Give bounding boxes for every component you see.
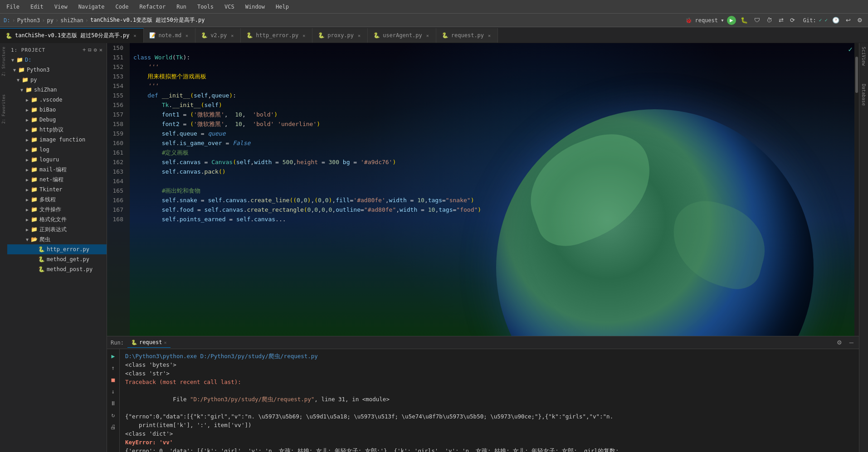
- run-config-name[interactable]: request: [695, 17, 718, 24]
- tree-item-debug[interactable]: ▶ 📁 Debug: [7, 115, 107, 125]
- tree-item-fileops[interactable]: ▶ 📁 文件操作: [7, 204, 107, 214]
- editor-scrollbar[interactable]: [854, 43, 859, 336]
- tree-item-vscode[interactable]: ▶ 📁 .vscode: [7, 95, 107, 105]
- debug-button[interactable]: 🐛: [739, 16, 750, 24]
- sciview-label[interactable]: SciView: [861, 47, 866, 66]
- z-structure-label[interactable]: Z: Structure: [1, 47, 6, 76]
- run-pause-btn[interactable]: ⏸: [108, 398, 118, 408]
- term-line-keyerror: KeyError: 'vv': [125, 438, 853, 447]
- run-stop-btn[interactable]: ■: [108, 374, 118, 384]
- profile-button[interactable]: ⏱: [765, 16, 774, 24]
- run-play-btn[interactable]: ▶: [108, 351, 118, 361]
- menu-vcs[interactable]: VCS: [222, 3, 237, 11]
- terminal-settings-btn[interactable]: ⚙: [835, 338, 844, 347]
- tree-item-py[interactable]: ▼ 📁 py: [7, 75, 107, 85]
- ln-154: 154: [107, 81, 126, 91]
- menu-view[interactable]: View: [52, 3, 70, 11]
- menu-help[interactable]: Help: [273, 3, 292, 11]
- tab-proxy[interactable]: 🐍 proxy.py ✕: [312, 28, 368, 43]
- folder-icon-debug: 📁: [31, 117, 38, 123]
- terminal-tabs: Run: 🐍 request ✕ ⚙ ─: [107, 336, 859, 349]
- tree-item-regex[interactable]: ▶ 📁 正则表达式: [7, 224, 107, 234]
- terminal-output[interactable]: D:\Python3\python.exe D:/Python3/py/stud…: [120, 349, 859, 452]
- terminal-minimize-btn[interactable]: ─: [848, 338, 855, 347]
- tree-item-mail[interactable]: ▶ 📁 mail-编程: [7, 165, 107, 175]
- tab-tanchishe-close[interactable]: ✕: [132, 33, 138, 39]
- tab-notemd-close[interactable]: ✕: [184, 33, 190, 39]
- menu-refactor[interactable]: Refactor: [137, 3, 168, 11]
- tab-useragent-close[interactable]: ✕: [425, 33, 430, 39]
- tree-arrow-format: ▶: [24, 217, 31, 222]
- tree-item-bibao[interactable]: ▶ 📁 biBao: [7, 105, 107, 115]
- run-print-btn[interactable]: 🖨: [108, 422, 118, 432]
- tree-icon-settings[interactable]: ⚙: [94, 47, 98, 53]
- run-config-dropdown[interactable]: ▾: [721, 17, 724, 24]
- tab-httperror[interactable]: 🐍 http_error.py ✕: [241, 28, 312, 43]
- tab-request-icon: 🐍: [442, 32, 449, 39]
- breadcrumb-file[interactable]: tanChiShe-v0.1变态版 超过50分是高手.py: [90, 16, 205, 24]
- menu-window[interactable]: Window: [243, 3, 268, 11]
- editor-scrollbar-thumb[interactable]: [855, 57, 858, 93]
- tree-item-http[interactable]: ▶ 📁 http协议: [7, 125, 107, 135]
- run-button[interactable]: ▶: [727, 16, 736, 25]
- run-up-btn[interactable]: ↑: [108, 363, 118, 373]
- tree-item-loguru[interactable]: ▶ 📁 loguru: [7, 155, 107, 165]
- tree-icon-collapse[interactable]: ⊟: [88, 47, 92, 53]
- code-editor[interactable]: 150 151 152 153 154 155 156 157 158 159 …: [107, 43, 859, 336]
- tree-item-python3[interactable]: ▼ 📁 Python3: [7, 65, 107, 75]
- concurrency-button[interactable]: ⇄: [777, 16, 785, 24]
- tree-item-method-get[interactable]: 🐍 method_get.py: [7, 254, 107, 264]
- tree-item-net[interactable]: ▶ 📁 net-编程: [7, 175, 107, 185]
- code-content[interactable]: class World(Tk): ''' 用来模拟整个游戏画板 ''' def …: [130, 43, 854, 336]
- git-history[interactable]: 🕐: [830, 16, 841, 24]
- tab-request-close[interactable]: ✕: [487, 33, 492, 39]
- tree-item-method-post[interactable]: 🐍 method_post.py: [7, 264, 107, 274]
- tree-item-shizhan[interactable]: ▼ 📁 shiZhan: [7, 85, 107, 95]
- tree-item-threads[interactable]: ▶ 📁 多线程: [7, 194, 107, 204]
- run-rerun-btn[interactable]: ↻: [108, 410, 118, 420]
- menu-code[interactable]: Code: [113, 3, 132, 11]
- tree-item-label-net: net-编程: [39, 176, 63, 184]
- tree-item-http-error[interactable]: 🐍 http_error.py: [7, 244, 107, 254]
- tab-httperror-close[interactable]: ✕: [301, 33, 307, 39]
- coverage-button[interactable]: 🛡: [752, 16, 762, 24]
- tree-icon-add[interactable]: +: [83, 47, 86, 53]
- tab-request[interactable]: 🐍 request.py ✕: [436, 28, 498, 43]
- tree-item-crawler[interactable]: ▼ 📂 爬虫: [7, 234, 107, 244]
- tree-item-label-root: D:: [25, 57, 31, 63]
- breadcrumb-python3[interactable]: Python3: [17, 17, 40, 24]
- breadcrumb-shizhan[interactable]: shiZhan: [60, 17, 83, 24]
- breadcrumb-d[interactable]: D:: [4, 17, 10, 24]
- tree-item-root[interactable]: ▼ 📁 D:: [7, 55, 107, 65]
- breadcrumb-py[interactable]: py: [47, 17, 54, 24]
- tab-proxy-close[interactable]: ✕: [356, 33, 362, 39]
- tab-v2[interactable]: 🐍 v2.py ✕: [195, 28, 241, 43]
- run-down-btn[interactable]: ↓: [108, 386, 118, 396]
- tab-useragent[interactable]: 🐍 userAgent.py ✕: [368, 28, 436, 43]
- tab-proxy-icon: 🐍: [318, 32, 325, 39]
- reload-button[interactable]: ⟳: [788, 16, 797, 24]
- folder-icon-log: 📁: [31, 146, 38, 153]
- menu-tools[interactable]: Tools: [195, 3, 216, 11]
- terminal-icon-py: 🐍: [131, 340, 137, 345]
- database-label[interactable]: Database: [861, 84, 866, 106]
- menu-file[interactable]: File: [4, 3, 22, 11]
- menu-navigate[interactable]: Navigate: [76, 3, 107, 11]
- tree-header: 1: Project + ⊟ ⚙ ✕: [7, 45, 107, 55]
- z-favorites-label[interactable]: 2: Favorites: [1, 94, 6, 124]
- menu-edit[interactable]: Edit: [28, 3, 46, 11]
- terminal-tab-request-close[interactable]: ✕: [164, 340, 166, 345]
- terminal-tab-request[interactable]: 🐍 request ✕: [127, 337, 171, 348]
- folder-icon-root: 📁: [16, 57, 23, 63]
- tab-v2-close[interactable]: ✕: [229, 33, 235, 39]
- tree-icon-close[interactable]: ✕: [99, 47, 103, 53]
- tree-item-imagefunction[interactable]: ▶ 📁 image function: [7, 135, 107, 145]
- menu-run[interactable]: Run: [174, 3, 189, 11]
- tree-item-log[interactable]: ▶ 📁 log: [7, 145, 107, 155]
- tab-tanchishe[interactable]: 🐍 tanChiShe-v0.1变态版 超过50分是高手.py ✕: [0, 28, 144, 43]
- tab-notemd[interactable]: 📝 note.md ✕: [144, 28, 196, 43]
- tree-item-format[interactable]: ▶ 📁 格式化文件: [7, 214, 107, 224]
- settings-button[interactable]: ⚙: [855, 16, 864, 24]
- git-rollback[interactable]: ↩: [844, 16, 853, 24]
- tree-item-tkinter[interactable]: ▶ 📁 Tkinter: [7, 185, 107, 194]
